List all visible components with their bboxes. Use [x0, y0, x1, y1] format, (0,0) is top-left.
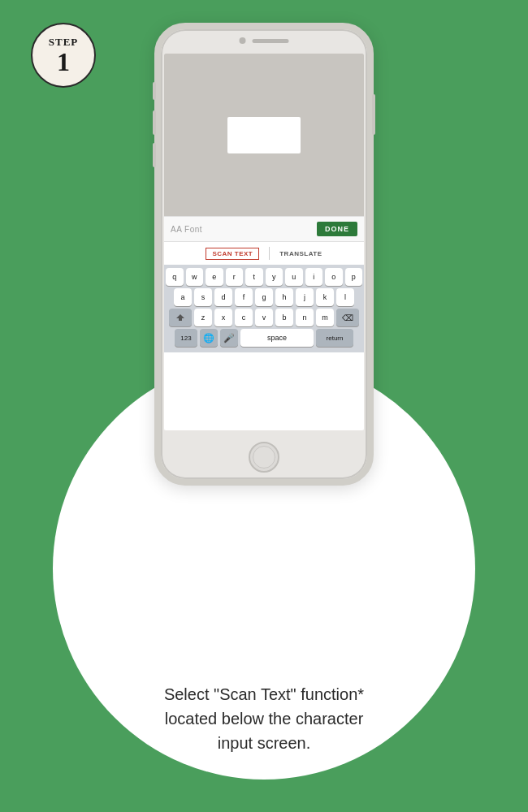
globe-key[interactable]: 🌐: [200, 329, 218, 347]
key-g[interactable]: g: [255, 288, 273, 306]
aa-font-label: AA Font: [171, 225, 202, 234]
bar-divider: [269, 247, 270, 260]
key-w[interactable]: w: [186, 268, 204, 286]
description-line3: input screen.: [218, 734, 311, 752]
key-b[interactable]: b: [275, 309, 293, 326]
numbers-key[interactable]: 123: [175, 329, 197, 347]
keyboard-row-1: q w e r t y u i o p: [166, 268, 362, 286]
shift-key[interactable]: [169, 309, 192, 326]
key-a[interactable]: a: [174, 288, 192, 306]
step-badge: STEP 1: [31, 23, 96, 88]
mute-button: [153, 82, 156, 100]
keyboard-row-4: 123 🌐 🎤 space return: [166, 329, 362, 347]
camera-dot: [240, 37, 246, 44]
key-t[interactable]: t: [245, 268, 263, 286]
key-o[interactable]: o: [325, 268, 343, 286]
phone-wrapper: AA Font DONE SCAN TEXT TRANSLATE q w e: [154, 23, 374, 486]
key-l[interactable]: l: [336, 288, 354, 306]
phone-top-bar: [240, 37, 289, 44]
key-s[interactable]: s: [194, 288, 212, 306]
phone-screen: AA Font DONE SCAN TEXT TRANSLATE q w e: [164, 54, 364, 430]
font-bar: AA Font DONE: [164, 216, 364, 242]
mic-key[interactable]: 🎤: [220, 329, 238, 347]
keyboard: q w e r t y u i o p a s: [164, 265, 364, 352]
power-button: [372, 94, 375, 135]
scan-area: [164, 54, 364, 216]
phone: AA Font DONE SCAN TEXT TRANSLATE q w e: [154, 23, 374, 486]
key-y[interactable]: y: [266, 268, 283, 286]
scan-translate-bar: SCAN TEXT TRANSLATE: [164, 242, 364, 265]
volume-down-button: [153, 143, 156, 167]
key-d[interactable]: d: [214, 288, 232, 306]
page-container: STEP 1 AA Font: [0, 0, 528, 812]
key-n[interactable]: n: [296, 309, 314, 326]
home-button[interactable]: [249, 442, 279, 473]
key-r[interactable]: r: [226, 268, 244, 286]
description-line1: Select "Scan Text" function*: [164, 685, 364, 703]
key-j[interactable]: j: [296, 288, 314, 306]
description-text: Select "Scan Text" function* located bel…: [126, 682, 402, 755]
return-key[interactable]: return: [316, 329, 353, 347]
description-line2: located below the character: [165, 710, 364, 728]
key-v[interactable]: v: [255, 309, 273, 326]
scan-text-button[interactable]: SCAN TEXT: [206, 248, 259, 260]
key-f[interactable]: f: [235, 288, 253, 306]
key-m[interactable]: m: [316, 309, 334, 326]
speaker-grill: [253, 39, 289, 43]
key-h[interactable]: h: [275, 288, 293, 306]
volume-up-button: [153, 110, 156, 135]
key-i[interactable]: i: [305, 268, 323, 286]
key-c[interactable]: c: [235, 309, 253, 326]
key-u[interactable]: u: [285, 268, 303, 286]
keyboard-row-3: z x c v b n m ⌫: [166, 309, 362, 326]
delete-key[interactable]: ⌫: [336, 309, 359, 326]
key-q[interactable]: q: [166, 268, 184, 286]
step-number: 1: [57, 49, 70, 75]
key-k[interactable]: k: [316, 288, 334, 306]
key-p[interactable]: p: [345, 268, 363, 286]
translate-button[interactable]: TRANSLATE: [279, 250, 322, 257]
description-area: Select "Scan Text" function* located bel…: [126, 682, 402, 755]
key-z[interactable]: z: [194, 309, 212, 326]
done-button[interactable]: DONE: [317, 222, 357, 236]
scan-highlight-box: [227, 117, 301, 153]
space-key[interactable]: space: [240, 329, 314, 347]
key-x[interactable]: x: [214, 309, 232, 326]
keyboard-row-2: a s d f g h j k l: [166, 288, 362, 306]
home-button-inner: [253, 446, 275, 469]
key-e[interactable]: e: [206, 268, 223, 286]
